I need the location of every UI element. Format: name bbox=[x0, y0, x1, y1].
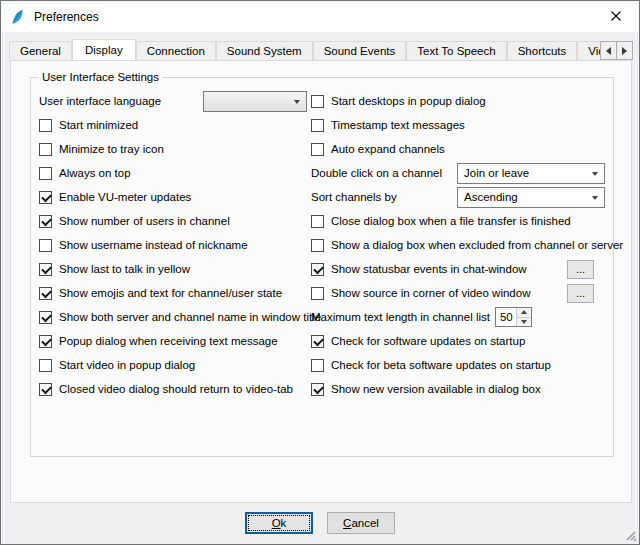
close-button[interactable] bbox=[593, 1, 639, 32]
ok-accelerator: O bbox=[272, 517, 281, 529]
tab-text-to-speech[interactable]: Text To Speech bbox=[406, 41, 506, 60]
checkbox-label: Show username instead of nickname bbox=[59, 239, 248, 251]
language-label: User interface language bbox=[39, 95, 161, 107]
checkbox-label: Show last to talk in yellow bbox=[59, 263, 190, 275]
checkbox-closed-video-return-to-video-tab[interactable]: Closed video dialog should return to vid… bbox=[39, 377, 311, 401]
arrow-down-icon bbox=[521, 320, 527, 324]
checkbox-show-emojis-and-text-for-state[interactable]: Show emojis and text for channel/user st… bbox=[39, 281, 311, 305]
double-click-row: Double click on a channel Join or leave bbox=[311, 161, 607, 185]
checkbox-show-statusbar-events[interactable]: Show statusbar events in chat-window ... bbox=[311, 257, 607, 281]
checkbox-box[interactable] bbox=[311, 215, 324, 228]
checkbox-always-on-top[interactable]: Always on top bbox=[39, 161, 311, 185]
checkbox-label: Close dialog box when a file transfer is… bbox=[331, 215, 571, 227]
checkbox-check-for-software-updates[interactable]: Check for software updates on startup bbox=[311, 329, 607, 353]
tab-sound-system[interactable]: Sound System bbox=[216, 41, 313, 60]
language-combobox[interactable] bbox=[203, 91, 307, 112]
checkbox-box[interactable] bbox=[311, 359, 324, 372]
checkbox-box[interactable] bbox=[311, 143, 324, 156]
checkbox-start-minimized[interactable]: Start minimized bbox=[39, 113, 311, 137]
max-text-length-row: Maximum text length in channel list 50 bbox=[311, 305, 607, 329]
max-text-length-spinner[interactable]: 50 bbox=[495, 307, 532, 327]
checkbox-box[interactable] bbox=[39, 335, 52, 348]
cancel-button[interactable]: Cancel bbox=[327, 512, 395, 534]
checkbox-label: Enable VU-meter updates bbox=[59, 191, 191, 203]
checkbox-box[interactable] bbox=[39, 263, 52, 276]
checkbox-minimize-to-tray-icon[interactable]: Minimize to tray icon bbox=[39, 137, 311, 161]
right-column: Start desktops in popup dialog Timestamp… bbox=[311, 89, 607, 401]
checkbox-label: Check for software updates on startup bbox=[331, 335, 525, 347]
checkbox-box[interactable] bbox=[311, 335, 324, 348]
tab-scroll-buttons bbox=[600, 41, 633, 60]
checkbox-show-dialog-when-excluded[interactable]: Show a dialog box when excluded from cha… bbox=[311, 233, 607, 257]
dialog-footer: Ok Cancel bbox=[1, 512, 639, 534]
tab-scroll-right-button[interactable] bbox=[616, 41, 633, 60]
checkbox-box[interactable] bbox=[311, 239, 324, 252]
checkbox-box[interactable] bbox=[311, 263, 324, 276]
arrow-left-icon bbox=[606, 47, 611, 55]
statusbar-events-config-button[interactable]: ... bbox=[567, 260, 594, 279]
spinner-down-button[interactable] bbox=[517, 318, 531, 327]
app-logo-icon bbox=[10, 9, 26, 25]
checkbox-box[interactable] bbox=[311, 119, 324, 132]
checkbox-show-new-version-available[interactable]: Show new version available in dialog box bbox=[311, 377, 607, 401]
checkbox-start-video-in-popup-dialog[interactable]: Start video in popup dialog bbox=[39, 353, 311, 377]
checkbox-timestamp-text-messages[interactable]: Timestamp text messages bbox=[311, 113, 607, 137]
checkbox-show-username-instead-of-nickname[interactable]: Show username instead of nickname bbox=[39, 233, 311, 257]
language-row: User interface language bbox=[39, 89, 311, 113]
checkbox-start-desktops-in-popup-dialog[interactable]: Start desktops in popup dialog bbox=[311, 89, 607, 113]
checkbox-box[interactable] bbox=[39, 383, 52, 396]
titlebar[interactable]: Preferences bbox=[1, 1, 639, 32]
checkbox-box[interactable] bbox=[311, 95, 324, 108]
tab-shortcuts[interactable]: Shortcuts bbox=[507, 41, 578, 60]
checkbox-box[interactable] bbox=[39, 167, 52, 180]
double-click-combobox[interactable]: Join or leave bbox=[457, 163, 605, 184]
tab-scroll-left-button[interactable] bbox=[600, 41, 617, 60]
checkbox-show-source-in-video-window[interactable]: Show source in corner of video window ..… bbox=[311, 281, 607, 305]
sort-channels-row: Sort channels by Ascending bbox=[311, 185, 607, 209]
checkbox-label: Show statusbar events in chat-window bbox=[331, 263, 527, 275]
checkbox-box[interactable] bbox=[39, 215, 52, 228]
sort-channels-combobox[interactable]: Ascending bbox=[457, 187, 605, 208]
checkbox-box[interactable] bbox=[39, 287, 52, 300]
spinner-up-button[interactable] bbox=[517, 308, 531, 318]
group-title: User Interface Settings bbox=[39, 71, 162, 83]
checkbox-auto-expand-channels[interactable]: Auto expand channels bbox=[311, 137, 607, 161]
checkbox-popup-dialog-text-message[interactable]: Popup dialog when receiving text message bbox=[39, 329, 311, 353]
checkbox-box[interactable] bbox=[39, 239, 52, 252]
tab-connection[interactable]: Connection bbox=[136, 41, 216, 60]
tab-general[interactable]: General bbox=[9, 41, 72, 60]
checkbox-enable-vu-meter-updates[interactable]: Enable VU-meter updates bbox=[39, 185, 311, 209]
checkbox-box[interactable] bbox=[39, 143, 52, 156]
checkbox-label: Show source in corner of video window bbox=[331, 287, 530, 299]
checkbox-label: Minimize to tray icon bbox=[59, 143, 164, 155]
checkbox-show-number-of-users-in-channel[interactable]: Show number of users in channel bbox=[39, 209, 311, 233]
arrow-up-icon bbox=[521, 310, 527, 314]
checkbox-check-for-beta-updates[interactable]: Check for beta software updates on start… bbox=[311, 353, 607, 377]
sort-channels-label: Sort channels by bbox=[311, 191, 397, 203]
checkbox-label: Show new version available in dialog box bbox=[331, 383, 541, 395]
arrow-right-icon bbox=[622, 47, 627, 55]
tabs-row: General Display Connection Sound System … bbox=[9, 39, 633, 60]
tab-display[interactable]: Display bbox=[72, 39, 136, 60]
checkbox-label: Start video in popup dialog bbox=[59, 359, 195, 371]
preferences-dialog: Preferences General Display Connection S… bbox=[0, 0, 640, 545]
video-source-config-button[interactable]: ... bbox=[567, 284, 594, 303]
checkbox-box[interactable] bbox=[311, 383, 324, 396]
checkbox-box[interactable] bbox=[39, 311, 52, 324]
checkbox-box[interactable] bbox=[39, 119, 52, 132]
checkbox-label: Auto expand channels bbox=[331, 143, 445, 155]
checkbox-label: Start minimized bbox=[59, 119, 138, 131]
ok-button[interactable]: Ok bbox=[245, 512, 313, 534]
tab-sound-events[interactable]: Sound Events bbox=[313, 41, 407, 60]
checkbox-close-dialog-file-transfer-finished[interactable]: Close dialog box when a file transfer is… bbox=[311, 209, 607, 233]
resize-grip[interactable] bbox=[624, 529, 637, 542]
checkbox-box[interactable] bbox=[39, 359, 52, 372]
checkbox-label: Timestamp text messages bbox=[331, 119, 465, 131]
checkbox-label: Show a dialog box when excluded from cha… bbox=[331, 239, 623, 251]
checkbox-label: Show both server and channel name in win… bbox=[59, 311, 321, 323]
checkbox-box[interactable] bbox=[311, 287, 324, 300]
checkbox-show-last-to-talk-in-yellow[interactable]: Show last to talk in yellow bbox=[39, 257, 311, 281]
checkbox-show-server-and-channel-in-title[interactable]: Show both server and channel name in win… bbox=[39, 305, 311, 329]
close-icon bbox=[611, 9, 621, 24]
checkbox-box[interactable] bbox=[39, 191, 52, 204]
